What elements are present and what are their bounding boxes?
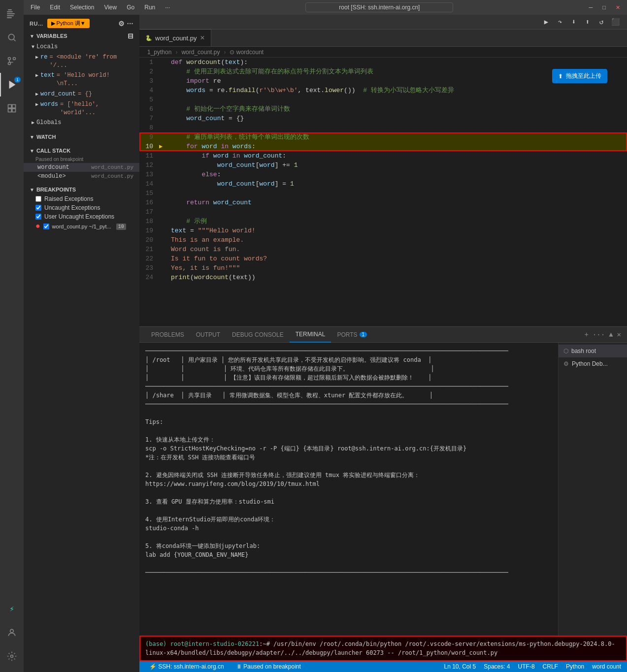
restart-button[interactable]: ↺: [595, 16, 607, 28]
code-line-5[interactable]: 5: [139, 95, 627, 104]
code-line-19[interactable]: 19text = """Hello world!: [139, 226, 627, 235]
split-terminal-icon[interactable]: ···: [593, 331, 605, 339]
call-stack-wordcount[interactable]: wordcount word_count.py: [24, 163, 139, 172]
status-line-col[interactable]: Ln 10, Col 5: [444, 663, 476, 670]
status-word-count[interactable]: word count: [592, 663, 621, 670]
code-line-10[interactable]: 10▶ for word in words:: [139, 142, 627, 151]
svg-point-16: [11, 655, 13, 658]
terminal-bash-root[interactable]: ⬡ bash root: [559, 345, 627, 357]
drag-tooltip[interactable]: ⬆ 拖拽至此上传: [552, 69, 607, 83]
settings-icon[interactable]: [0, 644, 24, 668]
close-button[interactable]: ✕: [613, 3, 623, 12]
tab-ports[interactable]: PORTS 1: [331, 327, 373, 343]
stop-button[interactable]: ⬛: [609, 16, 621, 28]
status-spaces[interactable]: Spaces: 4: [484, 663, 510, 670]
code-line-1[interactable]: 1def wordcount(text):: [139, 58, 627, 67]
remote-status[interactable]: ⚡ SSH: ssh.intern-ai.org.cn: [145, 663, 228, 670]
code-line-20[interactable]: 20This is an example.: [139, 235, 627, 245]
locals-group[interactable]: ▼ Locals: [24, 42, 139, 52]
step-into-button[interactable]: ⬇: [568, 16, 580, 28]
code-line-12[interactable]: 12 word_count[word] += 1: [139, 160, 627, 170]
maximize-button[interactable]: □: [599, 3, 609, 11]
close-panel-icon[interactable]: ✕: [617, 330, 621, 339]
explorer-icon[interactable]: [0, 2, 24, 26]
status-encoding[interactable]: UTF-8: [518, 663, 535, 670]
run-button[interactable]: ▶Python 调▼: [47, 19, 90, 28]
tab-output[interactable]: OUTPUT: [190, 327, 226, 343]
menu-item-file[interactable]: File: [28, 3, 43, 12]
breadcrumb-wordcount-fn[interactable]: ⊙ wordcount: [230, 49, 264, 56]
maximize-panel-icon[interactable]: ▲: [609, 331, 613, 339]
bp-word-count-file[interactable]: ● word_count.py ~/1_pyt... 10: [24, 221, 139, 232]
step-out-button[interactable]: ⬆: [582, 16, 594, 28]
debug-arrow-7: [159, 114, 167, 123]
minimize-button[interactable]: ─: [586, 3, 596, 11]
account-icon[interactable]: [0, 621, 24, 644]
code-line-23[interactable]: 23Yes, it is fun!""": [139, 263, 627, 273]
code-line-6[interactable]: 6 # 初始化一个空字典来存储单词计数: [139, 104, 627, 114]
code-line-11[interactable]: 11 if word in word_count:: [139, 151, 627, 160]
debug-status: ⏸ Paused on breakpoint: [236, 663, 301, 670]
tab-close-button[interactable]: ✕: [200, 34, 205, 41]
continue-button[interactable]: ▶: [540, 16, 552, 28]
extensions-icon[interactable]: [0, 96, 24, 120]
menu-item-go[interactable]: Go: [124, 3, 137, 12]
code-line-4[interactable]: 4 words = re.findall(r'\b\w+\b', text.lo…: [139, 86, 627, 95]
menu-item-run[interactable]: Run: [141, 3, 158, 12]
variables-section[interactable]: ▼ VARIABLES ⊟: [24, 30, 139, 42]
code-line-9[interactable]: 9 # 遍历单词列表，统计每个单词出现的次数: [139, 132, 627, 142]
status-eol[interactable]: CRLF: [543, 663, 558, 670]
code-line-15[interactable]: 15: [139, 189, 627, 198]
code-line-13[interactable]: 13 else:: [139, 170, 627, 179]
bp-word-count-checkbox[interactable]: [43, 224, 49, 229]
code-line-22[interactable]: 22Is it fun to count words?: [139, 254, 627, 263]
collapse-icon[interactable]: ⊟: [128, 32, 133, 40]
tab-debug-console[interactable]: DEBUG CONSOLE: [226, 327, 290, 343]
more-options-icon[interactable]: ···: [127, 20, 133, 28]
var-text[interactable]: ▶ text = 'Hello world! \nT...: [24, 70, 139, 89]
breadcrumb-1-python[interactable]: 1_python: [147, 49, 171, 56]
line-content-13: else:: [167, 170, 627, 179]
code-line-7[interactable]: 7 word_count = {}: [139, 114, 627, 123]
call-stack-section[interactable]: ▼ CALL STACK: [24, 146, 139, 156]
bp-uncaught-checkbox[interactable]: [35, 205, 41, 211]
watch-section[interactable]: ▼ WATCH: [24, 132, 139, 142]
tab-word-count[interactable]: 🐍 word_count.py ✕: [139, 29, 211, 46]
step-over-button[interactable]: ↷: [554, 16, 566, 28]
globals-group[interactable]: ▶ Globals: [24, 118, 139, 128]
bp-user-checkbox[interactable]: [35, 214, 41, 220]
call-stack-module[interactable]: <module> word_count.py: [24, 172, 139, 181]
var-words[interactable]: ▶ words = ['hello', 'world'...: [24, 99, 139, 118]
remote-icon[interactable]: ⚡: [0, 597, 24, 621]
status-language[interactable]: Python: [566, 663, 584, 670]
code-line-8[interactable]: 8: [139, 123, 627, 132]
breakpoints-section[interactable]: ▼ BREAKPOINTS: [24, 185, 139, 194]
settings-config-icon[interactable]: ⚙: [118, 20, 125, 28]
code-editor[interactable]: 1def wordcount(text):2 # 使用正则表达式去除可能存在的标…: [139, 58, 627, 326]
code-line-16[interactable]: 16 return word_count: [139, 198, 627, 207]
breadcrumb-word-count-py[interactable]: word_count.py: [181, 49, 220, 56]
menu-item-edit[interactable]: Edit: [47, 3, 63, 12]
add-terminal-icon[interactable]: +: [585, 331, 589, 339]
line-num-17: 17: [139, 207, 159, 217]
menu-item-···[interactable]: ···: [162, 3, 173, 12]
code-line-21[interactable]: 21Word count is fun.: [139, 245, 627, 254]
tab-problems[interactable]: PROBLEMS: [145, 327, 190, 343]
run-debug-icon[interactable]: 1: [0, 73, 24, 96]
code-line-14[interactable]: 14 word_count[word] = 1: [139, 179, 627, 189]
svg-rect-4: [7, 17, 12, 18]
menu-item-selection[interactable]: Selection: [67, 3, 97, 12]
source-control-icon[interactable]: [0, 49, 24, 73]
menu-item-view[interactable]: View: [101, 3, 120, 12]
bp-raised-checkbox[interactable]: [35, 196, 41, 202]
title-search[interactable]: root [SSH: ssh.intern-ai.org.cn]: [305, 2, 453, 12]
tab-terminal[interactable]: TERMINAL: [290, 327, 331, 343]
code-line-17[interactable]: 17: [139, 207, 627, 217]
terminal-python-debug[interactable]: ⚙ Python Deb...: [559, 357, 627, 370]
search-icon[interactable]: [0, 26, 24, 49]
var-word-count[interactable]: ▶ word_count = {}: [24, 89, 139, 99]
terminal-main[interactable]: ────────────────────────────────────────…: [139, 343, 558, 636]
var-re[interactable]: ▶ re = <module 're' from '/...: [24, 52, 139, 71]
code-line-24[interactable]: 24print(wordcount(text)): [139, 273, 627, 282]
code-line-18[interactable]: 18 # 示例: [139, 217, 627, 226]
